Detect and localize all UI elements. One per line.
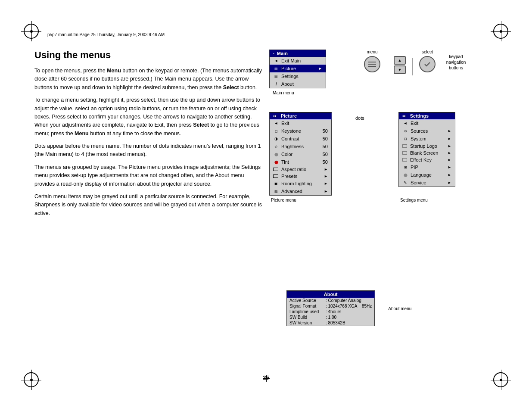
keystone-icon: ◻ bbox=[273, 128, 279, 134]
main-menu-title: • Main bbox=[270, 50, 326, 57]
about-menu-label: About menu bbox=[388, 306, 411, 311]
picture-menu-box: •• Picture ◄ Exit ◻ Keystone 50 ◑ Contra… bbox=[269, 112, 332, 196]
picture-settings-section: •• Picture ◄ Exit ◻ Keystone 50 ◑ Contra… bbox=[269, 112, 510, 196]
pip-item[interactable]: ⊞ PIP ► bbox=[399, 163, 455, 171]
menu-item-about[interactable]: i About bbox=[270, 80, 326, 88]
contrast-icon: ◑ bbox=[273, 136, 279, 142]
picture-title-text: Picture bbox=[281, 113, 297, 118]
settings-exit-item[interactable]: ◄ Exit bbox=[399, 119, 455, 127]
service-icon: ✎ bbox=[402, 180, 408, 186]
tint-label: Tint bbox=[281, 159, 317, 165]
picture-menu-label: Picture menu bbox=[271, 198, 296, 202]
select-button-label: select bbox=[422, 50, 433, 54]
system-arrow: ► bbox=[448, 137, 451, 141]
paragraph-2: To change a menu setting, highlight it, … bbox=[34, 96, 263, 138]
effect-key-label: Effect Key bbox=[410, 157, 445, 162]
startup-logo-item[interactable]: Startup Logo ► bbox=[399, 143, 455, 149]
main-menu-wrapper: • Main ◄ Exit Main ▤ Picture ► ▤ Settin bbox=[269, 50, 326, 88]
keypad-label: keypad navigationbuttons bbox=[442, 54, 470, 71]
about-menu-title: About bbox=[287, 291, 374, 298]
aspect-ratio-arrow: ► bbox=[324, 167, 328, 171]
settings-label: Settings bbox=[281, 74, 322, 79]
sources-icon: ⊙ bbox=[402, 128, 408, 134]
svg-rect-0 bbox=[368, 62, 376, 62]
language-label: Language bbox=[411, 172, 445, 177]
keystone-item[interactable]: ◻ Keystone 50 bbox=[270, 127, 331, 135]
presets-item[interactable]: Presets ► bbox=[270, 173, 331, 180]
effect-key-item[interactable]: Effect Key ► bbox=[399, 156, 455, 163]
menu-item-exit-main[interactable]: ◄ Exit Main bbox=[270, 57, 326, 65]
keystone-label: Keystone bbox=[281, 128, 317, 134]
aspect-ratio-item[interactable]: Aspect ratio ► bbox=[270, 166, 331, 173]
menu-item-picture[interactable]: ▤ Picture ► bbox=[270, 65, 326, 72]
presets-arrow: ► bbox=[324, 174, 328, 178]
menu-lines-icon bbox=[368, 61, 376, 67]
arrow-down-button[interactable]: ▼ bbox=[394, 65, 406, 74]
main-menu-box: • Main ◄ Exit Main ▤ Picture ► ▤ Settin bbox=[269, 50, 326, 88]
pip-icon: ⊞ bbox=[402, 164, 408, 170]
sw-version-value: : 805342B bbox=[326, 321, 345, 325]
active-source-row: Active Source : Computer Analog bbox=[287, 298, 374, 303]
service-item[interactable]: ✎ Service ► bbox=[399, 179, 455, 187]
brightness-item[interactable]: ☆ Brightness 50 bbox=[270, 143, 331, 150]
sw-version-label: SW Version bbox=[289, 321, 324, 325]
keystone-value: 50 bbox=[319, 128, 328, 134]
settings-menu-title: •• Settings bbox=[399, 112, 455, 119]
brightness-value: 50 bbox=[319, 144, 328, 149]
picture-exit-item[interactable]: ◄ Exit bbox=[270, 119, 331, 127]
contrast-item[interactable]: ◑ Contrast 50 bbox=[270, 135, 331, 143]
sources-item[interactable]: ⊙ Sources ► bbox=[399, 127, 455, 135]
language-item[interactable]: ⬤ Language ► bbox=[399, 171, 455, 179]
sw-version-row: SW Version : 805342B bbox=[287, 320, 374, 326]
pip-arrow: ► bbox=[448, 165, 451, 169]
about-menu-wrapper: About Active Source : Computer Analog Si… bbox=[286, 290, 375, 326]
settings-exit-label: Exit bbox=[411, 121, 451, 126]
sources-arrow: ► bbox=[448, 129, 451, 133]
advanced-label: Advanced bbox=[281, 189, 322, 194]
sw-build-row: SW Build : 1.00 bbox=[287, 314, 374, 320]
room-lighting-arrow: ► bbox=[324, 181, 328, 186]
about-menu-section: About Active Source : Computer Analog Si… bbox=[269, 290, 510, 326]
pip-label: PIP bbox=[411, 165, 445, 170]
advanced-item[interactable]: ▧ Advanced ► bbox=[270, 187, 331, 195]
tint-icon: ⬤ bbox=[273, 159, 279, 165]
contrast-value: 50 bbox=[319, 136, 328, 141]
active-source-value: : Computer Analog bbox=[326, 298, 361, 303]
tint-item[interactable]: ⬤ Tint 50 bbox=[270, 158, 331, 166]
body-text: To open the menus, press the Menu button… bbox=[34, 67, 263, 218]
menu-item-settings[interactable]: ▤ Settings bbox=[270, 72, 326, 80]
header-bar bbox=[26, 39, 506, 39]
contrast-label: Contrast bbox=[281, 136, 317, 141]
arrow-up-button[interactable]: ▲ bbox=[394, 56, 406, 65]
picture-menu-wrapper: •• Picture ◄ Exit ◻ Keystone 50 ◑ Contra… bbox=[269, 112, 332, 196]
about-label: About bbox=[281, 81, 322, 87]
presets-label: Presets bbox=[281, 174, 322, 179]
system-item[interactable]: ⊡ System ► bbox=[399, 135, 455, 143]
service-label: Service bbox=[411, 180, 445, 185]
room-lighting-item[interactable]: ▣ Room Lighting ► bbox=[270, 180, 331, 187]
menu-button-group: menu bbox=[364, 50, 380, 72]
picture-arrow: ► bbox=[318, 66, 322, 71]
bottom-cross bbox=[263, 375, 270, 382]
effect-key-arrow: ► bbox=[448, 158, 451, 162]
advanced-icon: ▧ bbox=[273, 188, 279, 194]
color-item[interactable]: ⬤ Color 50 bbox=[270, 150, 331, 158]
select-button-circle[interactable] bbox=[419, 56, 436, 72]
lamptime-row: Lamptime used : 4hours bbox=[287, 309, 374, 314]
paragraph-3: Dots appear before the menu name. The nu… bbox=[34, 142, 263, 159]
settings-menu-label: Settings menu bbox=[400, 198, 428, 202]
nav-separator-2 bbox=[412, 58, 413, 75]
menu-button-circle[interactable] bbox=[364, 56, 380, 72]
effect-key-icon bbox=[402, 158, 407, 162]
settings-menu-wrapper: •• Settings ◄ Exit ⊙ Sources ► ⊡ System … bbox=[398, 112, 455, 196]
blank-screen-item[interactable]: Blank Screen ► bbox=[399, 149, 455, 156]
dots-label: dots bbox=[355, 115, 364, 121]
select-button-group: select bbox=[419, 50, 436, 72]
about-icon: i bbox=[273, 81, 279, 87]
settings-exit-icon: ◄ bbox=[402, 120, 408, 126]
picture-menu-title: •• Picture bbox=[270, 112, 331, 119]
settings-title-text: Settings bbox=[410, 113, 429, 118]
lamptime-label: Lamptime used bbox=[289, 309, 324, 314]
service-arrow: ► bbox=[448, 181, 451, 185]
presets-icon bbox=[273, 174, 278, 178]
